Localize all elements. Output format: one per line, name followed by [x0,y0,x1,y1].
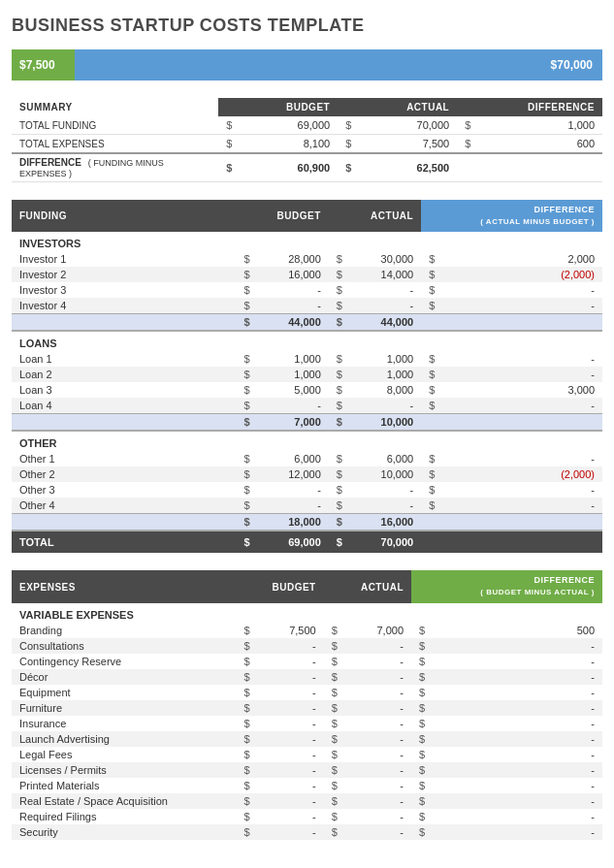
table-row: Licenses / Permits $ - $ - $ - [12,762,602,778]
funding-total-row: TOTAL $ 69,000 $ 70,000 [12,530,602,553]
summary-section: SUMMARY BUDGET ACTUAL DIFFERENCE TOTAL F… [12,98,602,182]
diff-actual: 62,500 [359,153,457,182]
summary-header: SUMMARY [19,102,73,113]
table-row: Printed Materials $ - $ - $ - [12,778,602,793]
progress-bar-fill: $7,500 [12,49,75,80]
page-title: BUSINESS STARTUP COSTS TEMPLATE [12,16,602,36]
table-row: Branding $ 7,500 $ 7,000 $ 500 [12,623,602,638]
progress-total-label: $70,000 [551,58,593,72]
table-row: Other 2 $ 12,000 $ 10,000 $ (2,000) [12,466,602,482]
summary-row-funding: TOTAL FUNDING $ 69,000 $ 70,000 $ 1,000 [12,116,602,135]
summary-difference-row: DIFFERENCE ( FUNDING MINUS EXPENSES ) $ … [12,153,602,182]
diff-budget: 60,900 [240,153,338,182]
table-row: Equipment $ - $ - $ - [12,685,602,700]
table-row: Required Filings $ - $ - $ - [12,809,602,824]
funding-label: TOTAL FUNDING [12,116,218,135]
table-row: Insurance $ - $ - $ - [12,716,602,731]
expenses-budget: 8,100 [240,135,338,154]
table-row: Real Estate / Space Acquisition $ - $ - … [12,793,602,809]
funding-col-label: FUNDING [12,200,236,232]
expenses-label: TOTAL EXPENSES [12,135,218,154]
diff-label: DIFFERENCE [19,157,81,168]
summary-budget-col: BUDGET [218,98,338,116]
funding-col-actual: ACTUAL [329,200,421,232]
expenses-col-label: EXPENSES [12,570,236,602]
table-row: Legal Fees $ - $ - $ - [12,747,602,762]
table-row: Consultations $ - $ - $ - [12,638,602,654]
subtotal-row: $ 7,000 $ 10,000 [12,414,602,432]
table-row: Investor 1 $ 28,000 $ 30,000 $ 2,000 [12,251,602,267]
expenses-diff: 600 [478,135,602,154]
progress-bar-container: $7,500 $70,000 [12,49,602,80]
summary-table: SUMMARY BUDGET ACTUAL DIFFERENCE TOTAL F… [12,98,602,182]
funding-col-diff: DIFFERENCE ( ACTUAL MINUS BUDGET ) [421,200,602,232]
funding-col-budget: BUDGET [236,200,328,232]
progress-actual-label: $7,500 [19,58,55,72]
table-row: Security $ - $ - $ - [12,824,602,840]
table-row: Investor 3 $ - $ - $ - [12,282,602,298]
funding-section-header: INVESTORS [12,232,602,251]
summary-diff-col: DIFFERENCE [457,98,602,116]
table-row: Contingency Reserve $ - $ - $ - [12,654,602,669]
expenses-table: EXPENSES BUDGET ACTUAL DIFFERENCE ( BUDG… [12,570,602,839]
expenses-col-diff: DIFFERENCE ( BUDGET MINUS ACTUAL ) [411,570,602,602]
table-row: Loan 4 $ - $ - $ - [12,398,602,414]
table-row: Investor 4 $ - $ - $ - [12,298,602,314]
table-row: Other 3 $ - $ - $ - [12,482,602,498]
funding-actual: 70,000 [359,116,457,135]
funding-section-header: OTHER [12,431,602,451]
table-row: Décor $ - $ - $ - [12,669,602,685]
table-row: Loan 1 $ 1,000 $ 1,000 $ - [12,351,602,367]
table-row: Other 1 $ 6,000 $ 6,000 $ - [12,451,602,466]
table-row: Other 4 $ - $ - $ - [12,498,602,514]
expenses-actual: 7,500 [359,135,457,154]
funding-diff: 1,000 [478,116,602,135]
expenses-section-header: VARIABLE EXPENSES [12,603,602,623]
subtotal-row: $ 18,000 $ 16,000 [12,514,602,531]
expenses-col-actual: ACTUAL [324,570,411,602]
funding-table: FUNDING BUDGET ACTUAL DIFFERENCE ( ACTUA… [12,200,602,553]
summary-row-expenses: TOTAL EXPENSES $ 8,100 $ 7,500 $ 600 [12,135,602,154]
subtotal-row: $ 44,000 $ 44,000 [12,314,602,332]
table-row: Launch Advertising $ - $ - $ - [12,731,602,747]
summary-actual-col: ACTUAL [338,98,457,116]
table-row: Loan 2 $ 1,000 $ 1,000 $ - [12,367,602,382]
funding-budget: 69,000 [240,116,338,135]
table-row: Investor 2 $ 16,000 $ 14,000 $ (2,000) [12,267,602,282]
expenses-col-budget: BUDGET [236,570,323,602]
funding-section-header: LOANS [12,331,602,351]
table-row: Furniture $ - $ - $ - [12,700,602,716]
table-row: Loan 3 $ 5,000 $ 8,000 $ 3,000 [12,382,602,398]
